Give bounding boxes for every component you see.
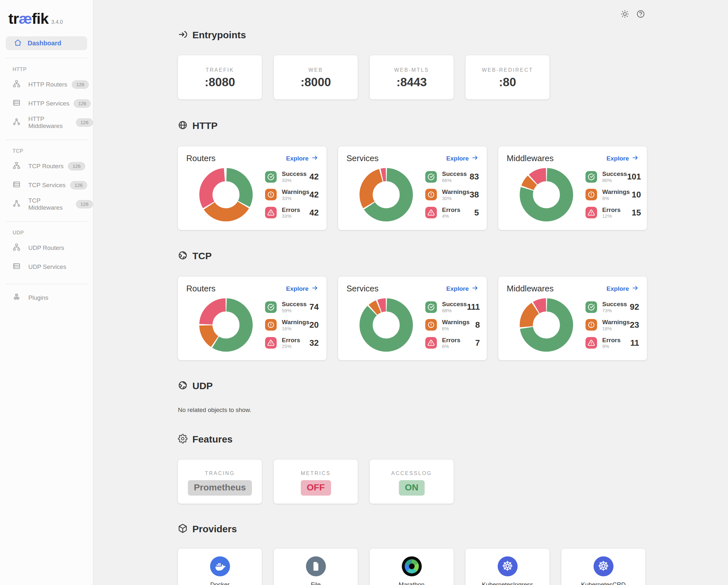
stat-value: 74	[310, 302, 319, 312]
package-icon	[178, 524, 187, 534]
stat-label: Errors	[442, 207, 460, 213]
theme-toggle-sun-icon[interactable]	[621, 10, 629, 20]
stat-percent: 80%	[602, 178, 627, 183]
stat-value: 5	[474, 208, 479, 218]
stat-percent: 6%	[442, 344, 460, 349]
stat-label: Warnings	[442, 189, 470, 195]
stat-text: Warnings30%	[442, 189, 470, 201]
stats-column: Success73%92Warnings18%23Errors9%11	[586, 301, 639, 349]
sidebar-item-http-services[interactable]: HTTP Services126	[0, 94, 93, 113]
sidebar-item-udp-routers[interactable]: UDP Routers	[0, 238, 93, 257]
feature-status-badge: Prometheus	[188, 480, 252, 496]
earth-icon	[178, 250, 187, 262]
feature-name: METRICS	[274, 471, 358, 476]
stat-value: 42	[310, 208, 319, 218]
logo-text: træfik	[8, 10, 49, 27]
stat-value: 23	[630, 320, 639, 330]
explore-label: Explore	[606, 155, 629, 162]
card-header: ServicesExplore	[346, 153, 478, 163]
sidebar: træfik 3.4.0 Dashboard HTTPHTTP Routers1…	[0, 0, 93, 585]
check-circle-icon	[425, 171, 437, 183]
sidebar-item-label: UDP Services	[28, 263, 66, 270]
count-badge: 126	[70, 181, 87, 189]
card-title: Middlewares	[507, 153, 554, 163]
section-title: HTTP	[192, 120, 217, 131]
card-title: Middlewares	[507, 284, 554, 294]
stat-row-success: Success59%74	[265, 301, 319, 313]
feature-name: TRACING	[178, 471, 262, 476]
stat-text: Success80%	[602, 171, 627, 183]
stat-text: Errors9%	[602, 337, 621, 349]
alert-circle-icon	[425, 189, 437, 201]
marathon-logo-hub	[409, 563, 415, 569]
sidebar-item-dashboard[interactable]: Dashboard	[6, 36, 87, 50]
provider-card-marathon: Marathon	[370, 549, 453, 585]
card-header: MiddlewaresExplore	[507, 153, 639, 163]
stat-percent: 33%	[282, 178, 307, 183]
section-title: Features	[192, 434, 233, 445]
marathon-logo-inner	[405, 559, 419, 574]
count-badge: 126	[76, 118, 93, 127]
card-title: Routers	[186, 153, 215, 163]
sidebar-item-label: Plugins	[28, 294, 48, 301]
stat-text: Success66%	[442, 171, 467, 183]
alert-triangle-icon	[265, 207, 277, 218]
entrypoint-port: :8443	[370, 76, 453, 89]
sidebar-item-http-routers[interactable]: HTTP Routers126	[0, 75, 93, 94]
provider-name: File	[274, 581, 358, 585]
main-content: Entrypoints TRAEFIK:8080WEB:8000WEB-MTLS…	[93, 0, 728, 585]
explore-link[interactable]: Explore	[446, 285, 478, 293]
stat-value: 8	[475, 320, 480, 330]
count-badge: 126	[68, 162, 85, 170]
sidebar-item-http-middlewares[interactable]: HTTP Middlewares126	[0, 113, 93, 132]
stat-value: 42	[310, 172, 319, 182]
arrow-right-icon	[472, 285, 478, 293]
sidebar-item-plugins[interactable]: Plugins	[0, 288, 93, 307]
sidebar-item-udp-services[interactable]: UDP Services	[0, 257, 93, 276]
stat-percent: 12%	[602, 214, 621, 218]
alert-triangle-icon	[265, 337, 277, 349]
sidebar-item-label: TCP Services	[28, 182, 66, 189]
donut-chart	[520, 168, 573, 221]
stat-row-success: Success88%111	[425, 301, 480, 313]
card-title: Services	[346, 284, 379, 294]
explore-link[interactable]: Explore	[286, 285, 318, 293]
arrow-right-icon	[632, 285, 639, 293]
provider-name: Docker	[178, 581, 262, 585]
stat-row-errors: Errors25%32	[265, 337, 319, 349]
sidebar-item-label: UDP Routers	[28, 244, 64, 251]
donut-chart	[520, 298, 573, 352]
count-badge: 126	[72, 80, 89, 89]
section-title: Providers	[192, 524, 237, 534]
stat-label: Success	[442, 171, 467, 177]
explore-link[interactable]: Explore	[606, 154, 639, 162]
providers-header: Providers	[178, 524, 647, 534]
arrow-right-icon	[472, 154, 478, 162]
routers-icon	[12, 80, 21, 89]
sidebar-item-label: HTTP Middlewares	[28, 115, 72, 130]
sidebar-item-tcp-middlewares[interactable]: TCP Middlewares126	[0, 194, 93, 214]
check-circle-icon	[586, 171, 597, 183]
help-icon[interactable]	[636, 10, 645, 20]
stat-percent: 16%	[282, 326, 310, 331]
explore-link[interactable]: Explore	[286, 154, 318, 162]
http-services-card: ServicesExploreSuccess66%83Warnings30%38…	[338, 146, 487, 230]
explore-label: Explore	[446, 155, 469, 162]
stat-label: Warnings	[602, 189, 630, 195]
sidebar-item-tcp-routers[interactable]: TCP Routers126	[0, 157, 93, 176]
alert-circle-icon	[586, 319, 597, 330]
explore-link[interactable]: Explore	[606, 285, 639, 293]
stat-text: Errors6%	[442, 337, 460, 349]
alert-triangle-icon	[586, 337, 597, 349]
stat-value: 20	[310, 320, 319, 330]
stat-percent: 66%	[442, 178, 467, 183]
sidebar-item-tcp-services[interactable]: TCP Services126	[0, 176, 93, 194]
stat-text: Warnings16%	[282, 319, 310, 331]
arrow-right-icon	[311, 154, 318, 162]
card-body: Success80%101Warnings8%10Errors12%15	[507, 168, 639, 221]
kubernetes-icon: ☸	[498, 556, 518, 576]
section-title: Entrypoints	[192, 30, 246, 41]
explore-link[interactable]: Explore	[446, 154, 478, 162]
stat-label: Warnings	[282, 189, 310, 195]
card-header: RoutersExplore	[186, 284, 318, 294]
